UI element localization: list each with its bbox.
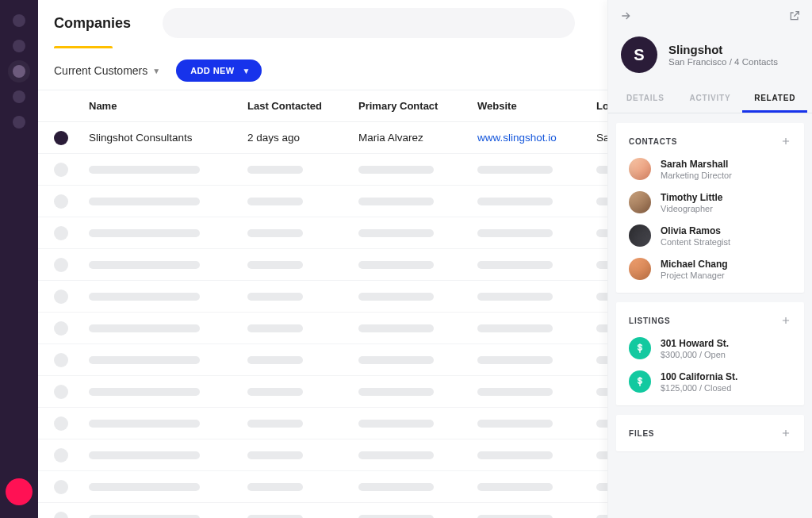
- cell-primary-contact: Maria Alvarez: [358, 132, 477, 144]
- placeholder-cell: [89, 451, 200, 459]
- placeholder-avatar: [54, 385, 68, 399]
- placeholder-cell: [358, 229, 434, 237]
- contact-item[interactable]: Timothy LittleVideographer: [629, 191, 791, 213]
- placeholder-avatar: [54, 226, 68, 240]
- contacts-card: CONTACTS Sarah MarshallMarketing Directo…: [616, 123, 804, 293]
- col-location[interactable]: Location: [596, 100, 607, 112]
- tab-related[interactable]: Related: [742, 86, 807, 113]
- add-contact-button[interactable]: [780, 136, 791, 147]
- nav-item-2[interactable]: [13, 65, 25, 78]
- table-row[interactable]: [38, 281, 607, 313]
- page-title: Companies: [54, 15, 131, 32]
- listing-subtitle: $300,000 / Open: [661, 350, 729, 359]
- placeholder-cell: [247, 198, 303, 205]
- placeholder-cell: [247, 166, 303, 174]
- placeholder-cell: [477, 515, 553, 519]
- listing-title: 100 California St.: [661, 371, 737, 382]
- contact-name: Michael Chang: [661, 259, 728, 270]
- placeholder-cell: [358, 166, 434, 174]
- panel-popout-button[interactable]: [788, 10, 801, 25]
- filter-dropdown[interactable]: Current Customers ▼: [54, 64, 160, 77]
- placeholder-cell: [247, 483, 303, 491]
- chevron-down-icon: ▼: [243, 67, 251, 75]
- placeholder-cell: [247, 420, 303, 428]
- table-row[interactable]: [38, 439, 607, 471]
- avatar: [629, 258, 651, 280]
- crescent-icon: [12, 485, 26, 499]
- nav-item-4[interactable]: [13, 116, 25, 129]
- placeholder-cell: [477, 261, 553, 269]
- col-primary-contact[interactable]: Primary Contact: [358, 100, 477, 112]
- placeholder-cell: [358, 261, 434, 269]
- placeholder-cell: [477, 451, 553, 459]
- table-row[interactable]: [38, 376, 607, 408]
- tab-activity[interactable]: Activity: [678, 86, 743, 113]
- listing-item[interactable]: 301 Howard St.$300,000 / Open: [629, 337, 791, 359]
- placeholder-cell: [89, 261, 200, 269]
- col-last-contacted[interactable]: Last Contacted: [247, 100, 358, 112]
- placeholder-cell: [358, 324, 434, 332]
- avatar: [629, 191, 651, 213]
- contact-role: Content Strategist: [661, 237, 730, 247]
- placeholder-avatar: [54, 480, 68, 494]
- panel-back-button[interactable]: [619, 10, 632, 25]
- table-row[interactable]: [38, 186, 607, 217]
- company-name: Slingshot: [668, 43, 778, 56]
- table-row[interactable]: [38, 471, 607, 503]
- placeholder-cell: [596, 166, 607, 174]
- placeholder-cell: [89, 324, 200, 332]
- table-row[interactable]: [38, 154, 607, 186]
- caret-down-icon: ▼: [152, 67, 160, 75]
- contact-role: Videographer: [661, 204, 722, 213]
- placeholder-cell: [89, 420, 200, 428]
- contacts-label: CONTACTS: [629, 137, 677, 146]
- contact-item[interactable]: Sarah MarshallMarketing Director: [629, 158, 791, 180]
- placeholder-cell: [247, 515, 303, 519]
- table-row[interactable]: [38, 408, 607, 439]
- tab-details[interactable]: Details: [613, 86, 678, 113]
- contact-name: Timothy Little: [661, 192, 722, 203]
- placeholder-cell: [596, 229, 607, 237]
- app-badge[interactable]: [6, 478, 33, 505]
- files-label: FILES: [629, 429, 654, 438]
- nav-item-0[interactable]: [13, 14, 25, 27]
- placeholder-cell: [477, 293, 553, 301]
- table-row[interactable]: [38, 217, 607, 249]
- placeholder-avatar: [54, 353, 68, 367]
- add-listing-button[interactable]: [780, 315, 791, 326]
- table-row[interactable]: [38, 249, 607, 281]
- nav-item-3[interactable]: [13, 90, 25, 103]
- col-website[interactable]: Website: [477, 100, 596, 112]
- search-input[interactable]: [163, 8, 575, 38]
- add-new-button[interactable]: ADD NEW ▼: [176, 59, 262, 82]
- company-avatar-icon: [54, 131, 68, 145]
- cell-website[interactable]: www.slingshot.io: [477, 132, 596, 144]
- nav-item-1[interactable]: [13, 40, 25, 52]
- placeholder-cell: [477, 483, 553, 491]
- panel-header: S Slingshot San Francisco / 4 Contacts: [608, 32, 812, 86]
- table-row[interactable]: [38, 344, 607, 376]
- placeholder-cell: [358, 483, 434, 491]
- placeholder-cell: [477, 229, 553, 237]
- placeholder-cell: [89, 229, 200, 237]
- table-row[interactable]: [38, 503, 607, 518]
- placeholder-avatar: [54, 512, 68, 519]
- placeholder-cell: [247, 356, 303, 364]
- table-row-active[interactable]: Slingshot Consultants 2 days ago Maria A…: [38, 122, 607, 154]
- placeholder-cell: [596, 483, 607, 491]
- contact-item[interactable]: Olivia RamosContent Strategist: [629, 224, 791, 247]
- placeholder-cell: [477, 324, 553, 332]
- contact-item[interactable]: Michael ChangProject Manager: [629, 258, 791, 280]
- dollar-icon: [629, 337, 651, 359]
- placeholder-cell: [89, 356, 200, 364]
- arrow-right-icon: [619, 10, 632, 22]
- placeholder-cell: [596, 261, 607, 269]
- listing-title: 301 Howard St.: [661, 338, 729, 349]
- listing-item[interactable]: 100 California St.$125,000 / Closed: [629, 370, 791, 393]
- avatar: [629, 224, 651, 247]
- plus-icon: [780, 136, 791, 147]
- placeholder-cell: [596, 420, 607, 428]
- add-file-button[interactable]: [780, 428, 791, 439]
- col-name[interactable]: Name: [89, 100, 247, 112]
- table-row[interactable]: [38, 313, 607, 344]
